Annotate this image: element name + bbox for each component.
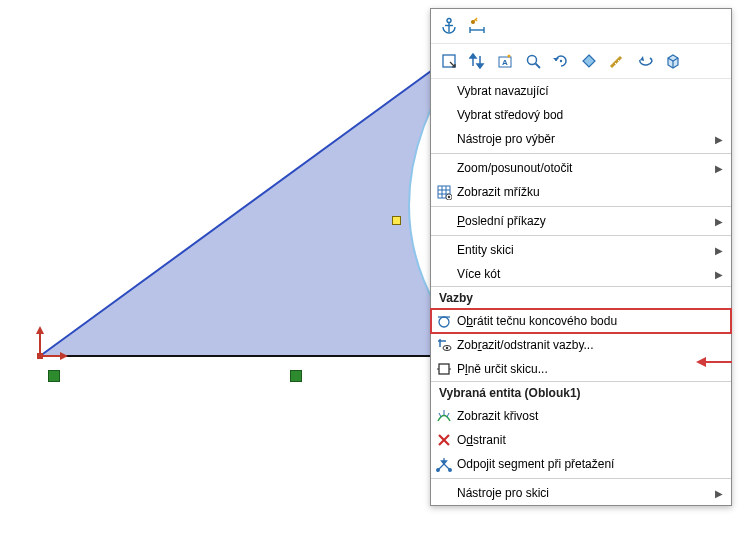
svg-rect-6 xyxy=(37,353,43,359)
menu-label: Nástroje pro výběr xyxy=(457,132,707,146)
select-box-icon[interactable] xyxy=(437,49,461,73)
menu-zoom-pan-rotate[interactable]: Zoom/posunout/otočit▶ xyxy=(431,156,731,180)
menu-label: Odstranit xyxy=(457,433,723,447)
svg-marker-20 xyxy=(477,64,483,68)
svg-line-25 xyxy=(536,64,541,69)
menu-label: Zobrazit křivost xyxy=(457,409,723,423)
svg-marker-28 xyxy=(583,55,595,67)
menu-fully-define-sketch[interactable]: Plně určit skicu... xyxy=(431,357,731,381)
grid-icon xyxy=(431,180,457,204)
svg-point-41 xyxy=(439,317,449,327)
svg-rect-47 xyxy=(439,364,449,374)
menu-display-delete-relations[interactable]: Zobrazit/odstranit vazby... xyxy=(431,333,731,357)
eye-icon xyxy=(431,333,457,357)
arc-midpoint-handle[interactable] xyxy=(392,216,401,225)
svg-point-40 xyxy=(448,196,450,198)
menu-label: Zobrazit mřížku xyxy=(457,185,723,199)
svg-marker-60 xyxy=(442,461,447,464)
horizontal-constraint-icon[interactable] xyxy=(290,370,302,382)
menu-label: Vybrat navazující xyxy=(457,84,723,98)
menu-detach-segment[interactable]: Odpojit segment při přetažení xyxy=(431,452,731,476)
menu-select-chain[interactable]: Vybrat navazující xyxy=(431,79,731,103)
submenu-arrow-icon: ▶ xyxy=(707,216,723,227)
svg-point-57 xyxy=(437,469,440,472)
context-toolbar-row-2: A xyxy=(431,44,731,79)
svg-point-23 xyxy=(508,55,511,58)
menu-label: Vybrat středový bod xyxy=(457,108,723,122)
menu-header-relations: Vazby xyxy=(431,286,731,309)
rhombus-icon[interactable] xyxy=(577,49,601,73)
svg-point-46 xyxy=(446,347,448,349)
svg-marker-26 xyxy=(553,58,559,61)
menu-separator xyxy=(431,478,731,479)
svg-marker-3 xyxy=(36,326,44,334)
context-toolbar-row-1 xyxy=(431,9,731,44)
submenu-arrow-icon: ▶ xyxy=(707,488,723,499)
menu-delete[interactable]: Odstranit xyxy=(431,428,731,452)
callout-arrow-icon xyxy=(694,354,734,370)
box3d-icon[interactable] xyxy=(661,49,685,73)
svg-marker-62 xyxy=(696,357,706,367)
anchor-icon[interactable] xyxy=(437,14,461,38)
sketch-origin-icon xyxy=(34,326,68,360)
menu-separator xyxy=(431,206,731,207)
menu-label: Entity skici xyxy=(457,243,707,257)
svg-point-7 xyxy=(447,19,451,23)
svg-line-52 xyxy=(447,413,449,417)
smart-dimension-icon[interactable] xyxy=(465,14,489,38)
menu-show-grid[interactable]: Zobrazit mřížku xyxy=(431,180,731,204)
menu-label: Zoom/posunout/otočit xyxy=(457,161,707,175)
curvature-icon xyxy=(431,404,457,428)
svg-marker-5 xyxy=(60,352,68,360)
menu-separator xyxy=(431,235,731,236)
define-icon xyxy=(431,357,457,381)
svg-point-27 xyxy=(560,60,562,62)
menu-selection-tools[interactable]: Nástroje pro výběr▶ xyxy=(431,127,731,151)
menu-sketch-tools[interactable]: Nástroje pro skici▶ xyxy=(431,481,731,505)
menu-select-midpoint[interactable]: Vybrat středový bod xyxy=(431,103,731,127)
delete-icon xyxy=(431,428,457,452)
svg-text:A: A xyxy=(502,58,508,67)
menu-sketch-entities[interactable]: Entity skici▶ xyxy=(431,238,731,262)
measure-icon[interactable] xyxy=(605,49,629,73)
submenu-arrow-icon: ▶ xyxy=(707,269,723,280)
submenu-arrow-icon: ▶ xyxy=(707,134,723,145)
svg-point-58 xyxy=(449,469,452,472)
zoom-icon[interactable] xyxy=(521,49,545,73)
menu-more-dimensions[interactable]: Více kót▶ xyxy=(431,262,731,286)
svg-line-15 xyxy=(476,20,478,22)
submenu-arrow-icon: ▶ xyxy=(707,163,723,174)
svg-point-24 xyxy=(528,56,537,65)
menu-label: Plně určit skicu... xyxy=(457,362,723,376)
svg-marker-18 xyxy=(470,54,476,58)
context-menu: A Vybrat navazující Vybrat středový bod … xyxy=(430,8,732,506)
rotate-icon[interactable] xyxy=(549,49,573,73)
menu-recent-commands[interactable]: Poslední příkazy▶ xyxy=(431,209,731,233)
svg-point-13 xyxy=(472,21,475,24)
menu-label: Poslední příkazy xyxy=(457,214,707,228)
horizontal-constraint-icon[interactable] xyxy=(48,370,60,382)
svg-line-50 xyxy=(439,413,441,417)
menu-separator xyxy=(431,153,731,154)
undo-icon[interactable] xyxy=(633,49,657,73)
menu-label: Nástroje pro skici xyxy=(457,486,707,500)
menu-reverse-endpoint-tangent[interactable]: Obrátit tečnu koncového bodu xyxy=(431,309,731,333)
detach-icon xyxy=(431,452,457,476)
submenu-arrow-icon: ▶ xyxy=(707,245,723,256)
menu-label: Více kót xyxy=(457,267,707,281)
menu-show-curvature[interactable]: Zobrazit křivost xyxy=(431,404,731,428)
note-icon[interactable]: A xyxy=(493,49,517,73)
menu-label: Obrátit tečnu koncového bodu xyxy=(457,314,723,328)
menu-label: Zobrazit/odstranit vazby... xyxy=(457,338,723,352)
tangent-icon xyxy=(431,309,457,333)
sort-icon[interactable] xyxy=(465,49,489,73)
menu-header-selected-entity: Vybraná entita (Oblouk1) xyxy=(431,381,731,404)
menu-label: Odpojit segment při přetažení xyxy=(457,457,723,471)
